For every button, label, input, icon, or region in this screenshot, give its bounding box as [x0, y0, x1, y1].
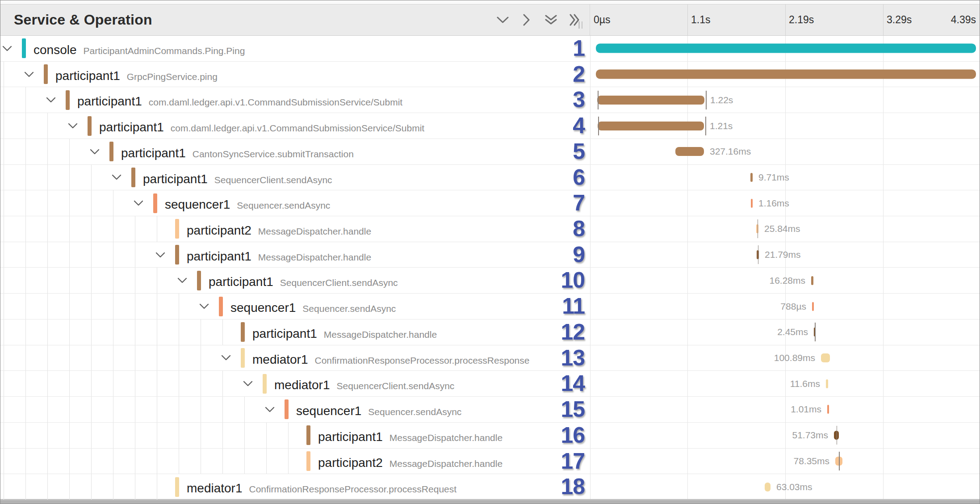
span-name-cell[interactable]: sequencer1Sequencer.sendAsync: [0, 397, 560, 422]
timeline-cell[interactable]: 51.73ms: [590, 423, 980, 448]
span-row[interactable]: sequencer1Sequencer.sendAsync11788µs: [0, 294, 980, 319]
chevron-down-icon[interactable]: [0, 36, 14, 61]
indent-guide: [201, 397, 201, 422]
timeline-cell[interactable]: 2.45ms: [590, 319, 980, 345]
span-row[interactable]: sequencer1Sequencer.sendAsync151.01ms: [0, 397, 980, 423]
span-name-cell[interactable]: participant1GrpcPingService.ping: [0, 62, 560, 87]
indent-guide: [91, 268, 92, 293]
chevron-down-icon[interactable]: [263, 397, 277, 422]
timeline-cell[interactable]: 1.21s: [590, 113, 980, 139]
chevron-down-icon[interactable]: [22, 62, 36, 87]
span-name-cell[interactable]: sequencer1Sequencer.sendAsync: [0, 190, 560, 216]
span-row[interactable]: participant2MessageDispatcher.handle825.…: [0, 216, 980, 242]
indent-guide: [69, 474, 70, 500]
timeline-cell[interactable]: 327.16ms: [590, 139, 980, 164]
span-name-cell[interactable]: mediator1ConfirmationResponseProcessor.p…: [0, 345, 560, 371]
span-row[interactable]: mediator1SequencerClient.sendAsync1411.6…: [0, 371, 980, 397]
double-chevron-down-icon[interactable]: [544, 13, 558, 27]
span-name-cell[interactable]: mediator1SequencerClient.sendAsync: [0, 371, 560, 396]
span-name-cell[interactable]: participant2MessageDispatcher.handle: [0, 216, 560, 242]
timeline-cell[interactable]: 1.22s: [590, 87, 980, 113]
timeline-cell[interactable]: 63.03ms: [590, 474, 980, 500]
chevron-down-icon[interactable]: [197, 294, 211, 319]
span-row[interactable]: mediator1ConfirmationResponseProcessor.p…: [0, 474, 980, 500]
span-name-cell[interactable]: consoleParticipantAdminCommands.Ping.Pin…: [0, 36, 560, 61]
span-bar[interactable]: 63.03ms: [765, 483, 771, 491]
indent-guide: [244, 397, 245, 422]
span-name-cell[interactable]: participant1com.daml.ledger.api.v1.Comma…: [0, 113, 560, 139]
chevron-down-icon[interactable]: [66, 113, 80, 139]
span-bar[interactable]: 78.35ms: [835, 457, 842, 466]
timeline-cell[interactable]: 25.84ms: [590, 216, 980, 242]
span-row[interactable]: participant1SequencerClient.sendAsync101…: [0, 268, 980, 294]
span-name-cell[interactable]: mediator1ConfirmationResponseProcessor.p…: [0, 474, 560, 500]
span-name-cell[interactable]: participant1MessageDispatcher.handle: [0, 319, 560, 345]
timeline-cell[interactable]: 9.71ms: [590, 165, 980, 190]
span-name-cell[interactable]: participant1SequencerClient.sendAsync: [0, 165, 560, 190]
span-name-cell[interactable]: participant2MessageDispatcher.handle: [0, 449, 560, 474]
span-duration-label: 1.01ms: [791, 404, 821, 415]
chevron-down-icon[interactable]: [109, 165, 124, 190]
span-bar[interactable]: 327.16ms: [675, 147, 704, 156]
indent-guide: [91, 190, 92, 216]
span-bar[interactable]: [596, 44, 976, 53]
span-duration-label: 327.16ms: [710, 146, 751, 157]
span-row[interactable]: participant1GrpcPingService.ping2: [0, 62, 980, 88]
span-row[interactable]: participant1com.daml.ledger.api.v1.Comma…: [0, 87, 980, 113]
column-resize-handle[interactable]: [578, 21, 585, 29]
span-row[interactable]: mediator1ConfirmationResponseProcessor.p…: [0, 345, 980, 371]
span-bar[interactable]: 11.6ms: [826, 379, 828, 388]
span-bar[interactable]: 1.01ms: [827, 405, 829, 414]
span-name-cell[interactable]: participant1com.daml.ledger.api.v1.Comma…: [0, 87, 560, 113]
span-name-cell[interactable]: participant1MessageDispatcher.handle: [0, 242, 560, 268]
timeline-cell[interactable]: 78.35ms: [590, 449, 980, 474]
span-bar[interactable]: 788µs: [812, 302, 814, 311]
span-name-cell[interactable]: sequencer1Sequencer.sendAsync: [0, 294, 560, 319]
row-number: 15: [560, 397, 590, 422]
timeline-cell[interactable]: 11.6ms: [590, 371, 980, 396]
span-row[interactable]: sequencer1Sequencer.sendAsync71.16ms: [0, 190, 980, 216]
chevron-down-icon[interactable]: [175, 268, 189, 293]
span-row[interactable]: participant1CantonSyncService.submitTran…: [0, 139, 980, 165]
span-name-cell[interactable]: participant1CantonSyncService.submitTran…: [0, 139, 560, 164]
span-row[interactable]: participant1MessageDispatcher.handle122.…: [0, 319, 980, 345]
timeline-cell[interactable]: 1.01ms: [590, 397, 980, 422]
span-row[interactable]: participant2MessageDispatcher.handle1778…: [0, 449, 980, 475]
span-bar[interactable]: 16.28ms: [811, 276, 813, 285]
span-row[interactable]: participant1com.daml.ledger.api.v1.Comma…: [0, 113, 980, 139]
timeline-cell[interactable]: [590, 62, 980, 87]
timeline-cell[interactable]: 100.89ms: [590, 345, 980, 371]
chevron-down-icon[interactable]: [153, 242, 168, 268]
span-row[interactable]: participant1MessageDispatcher.handle1651…: [0, 423, 980, 449]
chevron-down-icon[interactable]: [241, 371, 255, 396]
chevron-down-icon[interactable]: [88, 139, 102, 164]
span-bar[interactable]: 1.16ms: [751, 199, 753, 208]
indent-guide: [113, 474, 113, 500]
timeline-cell[interactable]: 16.28ms: [590, 268, 980, 293]
chevron-down-icon[interactable]: [495, 13, 510, 27]
span-row[interactable]: consoleParticipantAdminCommands.Ping.Pin…: [0, 36, 980, 62]
span-bar[interactable]: 25.84ms: [756, 224, 758, 233]
span-name-cell[interactable]: participant1MessageDispatcher.handle: [0, 423, 560, 448]
timeline-cell[interactable]: 788µs: [590, 294, 980, 319]
chevron-down-icon[interactable]: [44, 87, 58, 113]
span-row[interactable]: participant1SequencerClient.sendAsync69.…: [0, 165, 980, 191]
span-bar[interactable]: 51.73ms: [834, 431, 839, 440]
chevron-down-icon[interactable]: [219, 345, 233, 371]
timeline-cell[interactable]: [590, 36, 980, 61]
span-bar[interactable]: [596, 70, 976, 79]
timeline-cell[interactable]: 21.79ms: [590, 242, 980, 268]
span-bar[interactable]: 21.79ms: [757, 250, 759, 259]
span-bar[interactable]: 1.22s: [597, 96, 704, 105]
span-bar[interactable]: 9.71ms: [750, 173, 753, 182]
span-row[interactable]: participant1MessageDispatcher.handle921.…: [0, 242, 980, 268]
indent-guide: [4, 294, 4, 319]
chevron-down-icon[interactable]: [131, 190, 146, 216]
span-name-cell[interactable]: participant1SequencerClient.sendAsync: [0, 268, 560, 293]
span-bar[interactable]: 100.89ms: [821, 353, 830, 362]
span-bar[interactable]: 2.45ms: [814, 328, 816, 336]
span-bar[interactable]: 1.21s: [598, 122, 704, 130]
chevron-right-icon[interactable]: [519, 13, 534, 27]
indent-guide: [91, 165, 92, 190]
timeline-cell[interactable]: 1.16ms: [590, 190, 980, 216]
